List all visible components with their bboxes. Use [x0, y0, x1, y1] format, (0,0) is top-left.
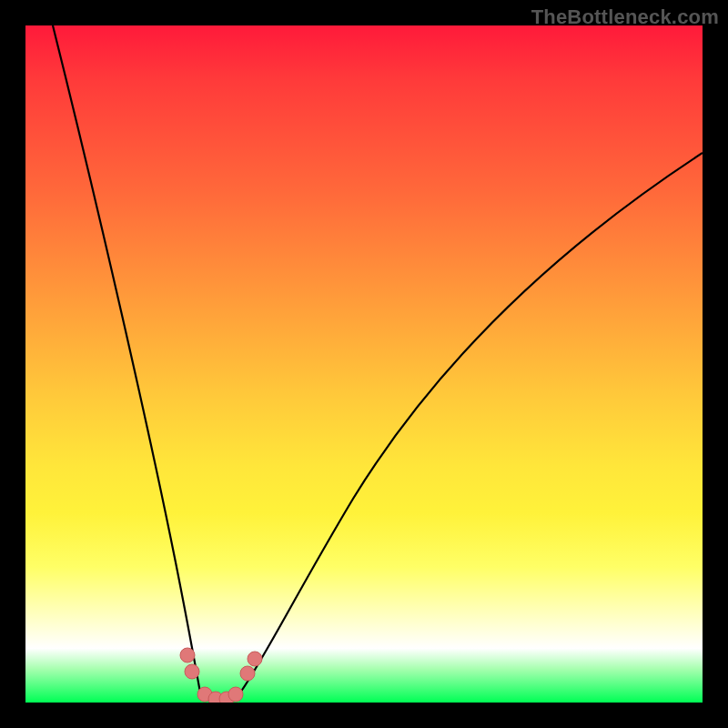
bead-floor-4	[228, 687, 243, 702]
bead-right-1	[240, 666, 255, 681]
bead-right-2	[248, 652, 262, 666]
curve-right	[240, 153, 703, 693]
curve-layer	[25, 25, 703, 703]
bead-left-2	[185, 664, 199, 679]
bead-left-1	[180, 648, 195, 662]
curve-left	[53, 25, 200, 693]
watermark-text: TheBottleneck.com	[531, 5, 719, 29]
plot-area	[25, 25, 703, 703]
